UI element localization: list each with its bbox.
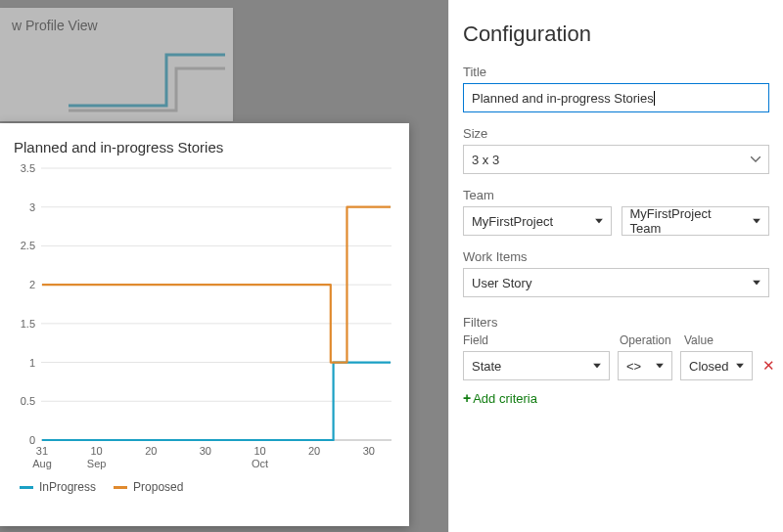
- caret-down-icon: [736, 364, 744, 369]
- filters-head-value: Value: [684, 333, 769, 347]
- workitems-select[interactable]: User Story: [463, 268, 769, 297]
- legend-swatch: [114, 486, 127, 489]
- panel-heading: Configuration: [463, 22, 769, 47]
- background-widget-title: w Profile View: [12, 18, 221, 33]
- plus-icon: +: [463, 390, 471, 406]
- chart-preview-card: Planned and in-progress Stories 00.511.5…: [0, 123, 409, 526]
- x-tick-label: 31Aug: [32, 445, 52, 469]
- add-criteria-button[interactable]: + Add criteria: [463, 390, 537, 406]
- configuration-panel: Configuration Title Planned and in-progr…: [448, 0, 783, 532]
- background-widget-card: w Profile View: [0, 8, 233, 121]
- svg-marker-11: [753, 281, 760, 286]
- y-tick-label: 0.5: [14, 395, 35, 407]
- svg-marker-9: [595, 219, 603, 224]
- svg-marker-13: [656, 364, 664, 369]
- svg-marker-10: [753, 219, 760, 224]
- chart-title: Planned and in-progress Stories: [14, 139, 395, 155]
- x-tick-label: 10Sep: [87, 445, 107, 469]
- filters-head-operation: Operation: [620, 333, 674, 347]
- x-tick-label: 10Oct: [252, 445, 268, 469]
- x-tick-label: 30: [363, 445, 375, 458]
- legend-label: Proposed: [133, 480, 183, 494]
- y-tick-label: 2: [14, 279, 35, 290]
- filters-header-row: Field Operation Value: [463, 333, 769, 347]
- text-cursor: [654, 91, 655, 106]
- caret-down-icon: [593, 364, 601, 369]
- filter-operation-value: <>: [626, 359, 641, 374]
- team-team-select[interactable]: MyFirstProject Team: [622, 206, 770, 236]
- y-tick-label: 3: [14, 201, 35, 213]
- y-tick-label: 1.5: [14, 318, 35, 330]
- modal-backdrop: w Profile View Planned and in-progress S…: [0, 0, 448, 532]
- team-label: Team: [463, 188, 769, 202]
- filters-label: Filters: [463, 315, 769, 330]
- caret-down-icon: [595, 219, 603, 224]
- title-input[interactable]: Planned and in-progress Stories: [463, 83, 769, 112]
- filter-field-select[interactable]: State: [463, 351, 610, 380]
- filter-value-select[interactable]: Closed: [680, 351, 753, 380]
- team-project-select[interactable]: MyFirstProject: [463, 206, 612, 236]
- filters-head-field: Field: [463, 333, 610, 347]
- background-mini-chart: [69, 47, 225, 115]
- size-label: Size: [463, 126, 769, 141]
- chevron-down-icon: [751, 156, 760, 162]
- y-tick-label: 1: [14, 357, 35, 369]
- title-label: Title: [463, 65, 769, 79]
- svg-marker-12: [593, 364, 601, 369]
- chart-legend: InProgress Proposed: [14, 480, 395, 494]
- x-tick-label: 20: [145, 445, 157, 458]
- legend-item-proposed: Proposed: [114, 480, 183, 494]
- size-select-value: 3 x 3: [472, 153, 499, 167]
- workitems-label: Work Items: [463, 249, 769, 264]
- y-tick-label: 2.5: [14, 240, 35, 251]
- legend-swatch: [20, 486, 33, 489]
- remove-filter-button[interactable]: ✕: [760, 357, 776, 375]
- caret-down-icon: [753, 281, 760, 286]
- chart-area: 00.511.522.533.531Aug10Sep203010Oct2030: [14, 163, 395, 476]
- filter-operation-select[interactable]: <>: [618, 351, 672, 380]
- add-criteria-label: Add criteria: [473, 391, 537, 406]
- legend-label: InProgress: [39, 480, 96, 494]
- caret-down-icon: [753, 219, 760, 224]
- x-tick-label: 30: [200, 445, 211, 458]
- svg-marker-14: [736, 364, 744, 369]
- team-project-value: MyFirstProject: [472, 214, 553, 229]
- x-tick-label: 20: [308, 445, 320, 458]
- y-tick-label: 3.5: [14, 162, 35, 174]
- size-select[interactable]: 3 x 3: [463, 145, 769, 174]
- team-team-value: MyFirstProject Team: [630, 206, 746, 236]
- filter-value-value: Closed: [689, 359, 728, 374]
- filter-field-value: State: [472, 359, 501, 374]
- workitems-value: User Story: [472, 276, 531, 290]
- legend-item-inprogress: InProgress: [20, 480, 96, 494]
- filter-row: State <> Closed ✕: [463, 351, 769, 380]
- chart-plot: [41, 167, 392, 441]
- title-input-value: Planned and in-progress Stories: [472, 91, 654, 106]
- caret-down-icon: [656, 364, 664, 369]
